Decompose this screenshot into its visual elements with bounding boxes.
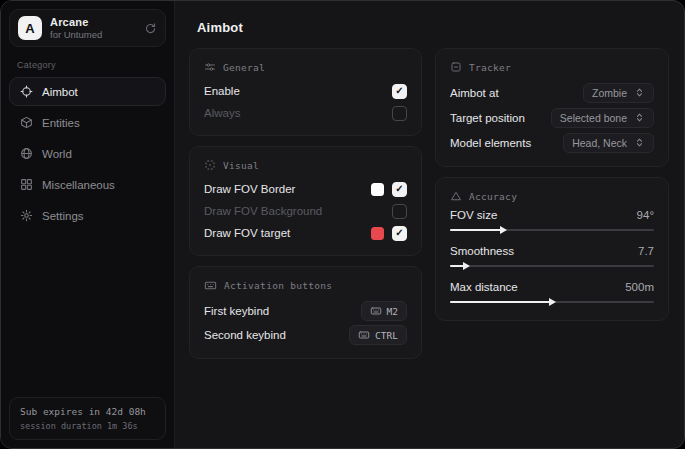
subscription-card: Sub expires in 42d 08h session duration …: [9, 397, 166, 440]
sidebar-item-miscellaneous[interactable]: Miscellaneous: [9, 170, 166, 199]
chevrons-up-down-icon: [634, 112, 645, 123]
sidebar-item-world[interactable]: World: [9, 139, 166, 168]
keyboard-icon: [358, 329, 370, 341]
keyboard-icon: [204, 279, 217, 292]
slider-thumb[interactable]: [549, 298, 556, 306]
color-swatch[interactable]: [371, 183, 384, 196]
accuracy-card: Accuracy FOV size 94°: [435, 177, 669, 321]
setting-label: Enable: [204, 85, 240, 97]
right-column: Tracker Aimbot at Zombie: [435, 48, 669, 321]
sidebar-item-settings[interactable]: Settings: [9, 201, 166, 230]
setting-label: Second keybind: [204, 329, 286, 341]
session-duration: session duration 1m 36s: [20, 421, 155, 431]
brand-logo: A: [18, 16, 42, 40]
brand-name: Arcane: [50, 16, 102, 28]
section-title: Accuracy: [469, 191, 517, 202]
slider-row: FOV size 94°: [450, 209, 654, 234]
first-keybind-button[interactable]: M2: [361, 301, 407, 321]
slider-value: 500m: [625, 281, 654, 293]
setting-row: Aimbot at Zombie: [450, 80, 654, 105]
fov-border-checkbox[interactable]: [392, 182, 407, 197]
chevrons-up-down-icon: [634, 87, 645, 98]
sidebar-item-aimbot[interactable]: Aimbot: [9, 77, 166, 106]
slider-track: [450, 265, 654, 267]
smoothness-slider[interactable]: [450, 261, 654, 270]
sidebar-item-label: Entities: [42, 117, 80, 129]
box-minus-icon: [450, 61, 462, 73]
sidebar-item-label: Settings: [42, 210, 84, 222]
keyboard-icon: [370, 305, 382, 317]
target-position-dropdown[interactable]: Selected bone: [551, 108, 654, 128]
fov-background-checkbox[interactable]: [392, 204, 407, 219]
setting-label: Draw FOV Border: [204, 183, 295, 195]
slider-row: Smoothness 7.7: [450, 245, 654, 270]
slider-thumb[interactable]: [463, 262, 470, 270]
section-title: Visual: [223, 160, 259, 171]
crosshair-icon: [20, 85, 33, 98]
sidebar-item-entities[interactable]: Entities: [9, 108, 166, 137]
slider-thumb[interactable]: [500, 226, 507, 234]
enable-checkbox[interactable]: [392, 84, 407, 99]
fov-size-slider[interactable]: [450, 225, 654, 234]
always-checkbox[interactable]: [392, 106, 407, 121]
category-label: Category: [17, 60, 158, 70]
visual-header: Visual: [204, 159, 407, 171]
fov-target-checkbox[interactable]: [392, 226, 407, 241]
sliders-icon: [204, 61, 216, 73]
left-column: General Enable Always: [189, 48, 422, 359]
slider-fill: [450, 229, 503, 231]
tracker-header: Tracker: [450, 61, 654, 73]
section-title: Tracker: [469, 62, 511, 73]
brand-text: Arcane for Untumed: [50, 16, 102, 40]
setting-row: Draw FOV Border: [204, 178, 407, 200]
sidebar-item-label: Miscellaneous: [42, 179, 115, 191]
activation-header: Activation buttons: [204, 279, 407, 292]
setting-row: Model elements Head, Neck: [450, 130, 654, 155]
slider-label: FOV size: [450, 209, 497, 221]
setting-row: Draw FOV Background: [204, 200, 407, 222]
setting-label: Always: [204, 107, 240, 119]
setting-row: Target position Selected bone: [450, 105, 654, 130]
visual-card: Visual Draw FOV Border Draw FOV Backgrou…: [189, 146, 422, 256]
sidebar-item-label: Aimbot: [42, 86, 78, 98]
section-title: General: [223, 62, 265, 73]
page-title: Aimbot: [197, 20, 672, 35]
sidebar-item-label: World: [42, 148, 72, 160]
setting-row: Always: [204, 102, 407, 124]
setting-label: Target position: [450, 112, 525, 124]
aimbot-at-dropdown[interactable]: Zombie: [583, 83, 654, 103]
setting-label: Model elements: [450, 137, 531, 149]
setting-row: Draw FOV target: [204, 222, 407, 244]
globe-icon: [20, 147, 33, 160]
gear-icon: [20, 209, 33, 222]
brand-card: A Arcane for Untumed: [9, 9, 166, 47]
focus-icon: [204, 159, 216, 171]
refresh-icon[interactable]: [144, 22, 157, 35]
general-card: General Enable Always: [189, 48, 422, 136]
cube-icon: [20, 116, 33, 129]
content-columns: General Enable Always: [189, 48, 672, 359]
setting-label: First keybind: [204, 305, 269, 317]
section-title: Activation buttons: [224, 280, 332, 291]
slider-label: Smoothness: [450, 245, 514, 257]
second-keybind-button[interactable]: CTRL: [349, 325, 407, 345]
slider-fill: [450, 301, 552, 303]
keybind-value: CTRL: [375, 330, 398, 341]
sidebar: A Arcane for Untumed Category Aimbot Ent…: [1, 1, 175, 448]
slider-value: 94°: [637, 209, 654, 221]
slider-row: Max distance 500m: [450, 281, 654, 306]
keybind-value: M2: [387, 306, 398, 317]
color-swatch[interactable]: [371, 227, 384, 240]
max-distance-slider[interactable]: [450, 297, 654, 306]
subscription-expiry: Sub expires in 42d 08h: [20, 406, 155, 417]
model-elements-dropdown[interactable]: Head, Neck: [563, 133, 654, 153]
dropdown-value: Zombie: [592, 87, 627, 99]
app-window: A Arcane for Untumed Category Aimbot Ent…: [0, 0, 685, 449]
chevrons-up-down-icon: [634, 137, 645, 148]
setting-row: Enable: [204, 80, 407, 102]
setting-row: First keybind M2: [204, 299, 407, 323]
activation-card: Activation buttons First keybind M2: [189, 266, 422, 359]
general-header: General: [204, 61, 407, 73]
dropdown-value: Selected bone: [560, 112, 627, 124]
slider-label: Max distance: [450, 281, 518, 293]
